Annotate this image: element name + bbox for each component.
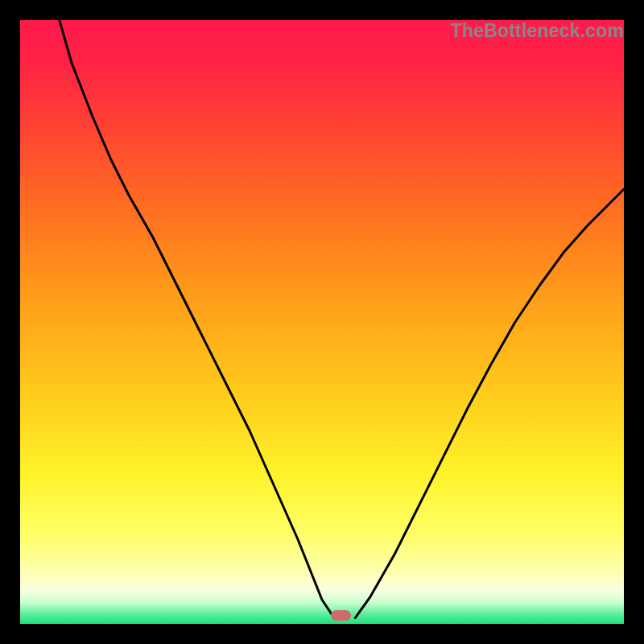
chart-frame [20,20,624,624]
watermark-text: TheBottleneck.com [450,20,624,42]
chart-curve [20,20,624,624]
optimal-point-marker [331,610,351,621]
